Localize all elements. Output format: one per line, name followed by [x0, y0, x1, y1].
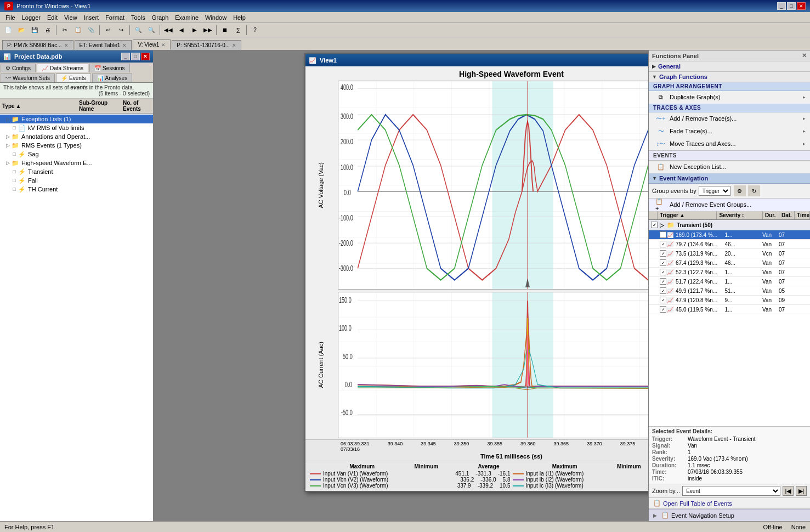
stop-button[interactable]: ⏹	[219, 25, 231, 36]
graph-functions-section-header[interactable]: ▼ Graph Functions	[649, 72, 810, 82]
col-type[interactable]: Type ▲	[2, 100, 79, 112]
nav-last-button[interactable]: ▶|	[796, 486, 807, 496]
col-dur-header[interactable]: Dur.	[763, 211, 779, 219]
row-cb-6[interactable]	[660, 278, 666, 285]
back-button[interactable]: ◀	[175, 25, 188, 36]
tab-view1[interactable]: V: View1 ✕	[133, 39, 171, 50]
menu-view[interactable]: View	[61, 13, 81, 22]
prev-button[interactable]: ◀◀	[162, 25, 174, 36]
menu-file[interactable]: File	[2, 13, 19, 22]
tab-et[interactable]: ET: Event Table1 ✕	[75, 40, 132, 50]
project-max[interactable]: □	[131, 53, 140, 60]
tab-waveform-sets[interactable]: 〰 Waveform Sets	[1, 73, 55, 82]
functions-panel-close[interactable]: ✕	[802, 52, 807, 59]
group-settings-btn[interactable]: ⚙	[734, 185, 746, 196]
col-events[interactable]: No. of Events	[123, 100, 151, 112]
tree-item-th-current[interactable]: □ ⚡ TH Current	[0, 185, 153, 194]
copy-button[interactable]: 📋	[72, 25, 84, 36]
menu-tools[interactable]: Tools	[128, 13, 149, 22]
event-row-9[interactable]: 📈 45.0 (119.5 %n... 1... Van 07	[649, 305, 810, 314]
event-group-transient[interactable]: ▷ 📁 Transient (50)	[649, 220, 810, 230]
tab-pm7k[interactable]: P: PM7k SN908 Bac... ✕	[2, 40, 73, 50]
event-row-2[interactable]: 📈 79.7 (134.6 %n... 46... Van 07	[649, 240, 810, 249]
expand-kv-rms[interactable]: □	[11, 124, 18, 131]
row-cb-3[interactable]	[660, 250, 666, 257]
event-nav-setup-button[interactable]: ▶ 📋 Event Navigation Setup	[649, 509, 810, 521]
tree-item-exception-lists[interactable]: ▷ 📁 Exception Lists (1)	[0, 115, 153, 123]
expand-exception-lists[interactable]: ▷	[4, 116, 11, 122]
event-row-8[interactable]: 📈 47.9 (120.8 %n... 9... Van 09	[649, 296, 810, 305]
zoom-out-button[interactable]: 🔍	[145, 25, 157, 36]
tree-item-sag[interactable]: □ ⚡ Sag	[0, 150, 153, 159]
col-subgroup[interactable]: Sub-Group Name	[79, 100, 123, 112]
expand-annotations[interactable]: ▷	[4, 133, 11, 140]
menu-examine[interactable]: Examine	[172, 13, 202, 22]
row-cb-1[interactable]	[660, 231, 666, 238]
col-time-header[interactable]: Time	[795, 211, 810, 219]
row-cb-2[interactable]	[660, 241, 666, 247]
minimize-button[interactable]: _	[777, 2, 786, 10]
forward-button[interactable]: ▶▶	[202, 25, 214, 36]
tab-pm7k-close[interactable]: ✕	[64, 43, 69, 48]
tab-configs[interactable]: ⚙ Configs	[1, 64, 36, 72]
tab-sn551[interactable]: P: SN551-130716-0... ✕	[172, 40, 241, 50]
sum-button[interactable]: ∑	[232, 25, 244, 36]
help-button[interactable]: ?	[249, 25, 261, 36]
tab-sn551-close[interactable]: ✕	[232, 43, 236, 48]
tree-item-kv-rms[interactable]: □ 📄 kV RMS of Vab limits	[0, 123, 153, 132]
col-trigger-header[interactable]: Trigger ▲	[658, 211, 717, 219]
undo-button[interactable]: ↩	[102, 25, 114, 36]
tab-analyses[interactable]: 📊 Analyses	[92, 73, 133, 82]
menu-graph[interactable]: Graph	[149, 13, 172, 22]
event-row-7[interactable]: 📈 49.9 (121.7 %n... 51... Van 05	[649, 286, 810, 296]
row-cb-7[interactable]	[660, 287, 666, 294]
col-dat-header[interactable]: Dat.	[779, 211, 795, 219]
open-button[interactable]: 📂	[15, 25, 27, 36]
row-cb-4[interactable]	[660, 259, 666, 266]
tree-item-transient[interactable]: □ ⚡ Transient	[0, 167, 153, 176]
expand-highspeed[interactable]: ▷	[4, 160, 11, 166]
row-cb-9[interactable]	[660, 306, 666, 313]
fade-trace-button[interactable]: 〜 Fade Trace(s)... ▸	[649, 125, 810, 138]
tab-view1-close[interactable]: ✕	[161, 42, 166, 48]
duplicate-graph-button[interactable]: ⧉ Duplicate Graph(s) ▸	[649, 91, 810, 104]
tree-item-rms-events[interactable]: ▷ 📁 RMS Events (1 Types)	[0, 141, 153, 150]
add-remove-trace-button[interactable]: 〜+ Add / Remove Trace(s)... ▸	[649, 112, 810, 125]
tree-item-fall[interactable]: □ ⚡ Fall	[0, 176, 153, 185]
zoom-by-dropdown[interactable]: Event	[682, 486, 780, 496]
redo-button[interactable]: ↪	[115, 25, 127, 36]
nav-first-button[interactable]: |◀	[783, 486, 794, 496]
group-by-dropdown[interactable]: Trigger	[699, 186, 730, 196]
event-row-5[interactable]: 📈 52.3 (122.7 %n... 1... Van 07	[649, 268, 810, 277]
menu-window[interactable]: Window	[202, 13, 230, 22]
group-checkbox[interactable]	[651, 222, 658, 228]
event-navigation-header[interactable]: ▼ Event Navigation	[649, 173, 810, 184]
open-full-table-button[interactable]: 📋 Open Full Table of Events	[649, 498, 810, 509]
play-button[interactable]: ▶	[189, 25, 201, 36]
paste-button[interactable]: 📎	[85, 25, 97, 36]
group-refresh-btn[interactable]: ↻	[748, 185, 760, 196]
cut-button[interactable]: ✂	[59, 25, 71, 36]
event-row-3[interactable]: 📈 73.5 (131.9 %n... 20... Vcn 07	[649, 249, 810, 258]
row-cb-5[interactable]	[660, 269, 666, 275]
print-button[interactable]: 🖨	[42, 25, 54, 36]
general-section-header[interactable]: ▶ General	[649, 61, 810, 72]
project-close[interactable]: ✕	[141, 53, 150, 60]
tab-data-streams[interactable]: 📈 Data Streams	[37, 64, 88, 72]
tab-sessions[interactable]: 📅 Sessions	[89, 64, 130, 72]
tab-et-close[interactable]: ✕	[122, 43, 127, 48]
project-min[interactable]: _	[121, 53, 130, 60]
tree-item-highspeed[interactable]: ▷ 📁 High-speed Waveform E...	[0, 159, 153, 167]
tree-item-annotations[interactable]: ▷ 📁 Annotations and Operat...	[0, 132, 153, 141]
move-traces-button[interactable]: ↕〜 Move Traces and Axes... ▸	[649, 138, 810, 150]
menu-insert[interactable]: Insert	[81, 13, 103, 22]
expand-rms-events[interactable]: ▷	[4, 142, 11, 149]
maximize-button[interactable]: □	[787, 2, 796, 10]
row-cb-8[interactable]	[660, 297, 666, 303]
event-row-1[interactable]: 📈 169.0 (173.4 %... 1... Van 07	[649, 230, 810, 240]
menu-format[interactable]: Format	[102, 13, 128, 22]
expand-group[interactable]: ▷	[660, 222, 664, 228]
menu-edit[interactable]: Edit	[44, 13, 61, 22]
close-button[interactable]: ✕	[797, 2, 806, 10]
event-row-4[interactable]: 📈 67.4 (129.3 %n... 46... Van 07	[649, 258, 810, 268]
